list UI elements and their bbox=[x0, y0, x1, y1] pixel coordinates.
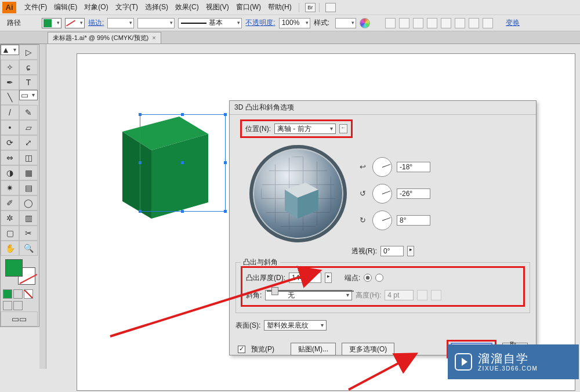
depth-stepper[interactable]: ▸ bbox=[325, 273, 332, 283]
symbol-sprayer-tool[interactable]: ✲ bbox=[1, 210, 19, 226]
preview-checkbox[interactable]: ✓ bbox=[238, 346, 245, 353]
menu-effect[interactable]: 效果(C) bbox=[172, 3, 202, 11]
mesh-tool[interactable]: ✷ bbox=[1, 180, 19, 195]
pencil-tool[interactable]: ✎ bbox=[19, 105, 38, 120]
close-tab-icon[interactable]: × bbox=[152, 34, 155, 42]
align-icon-2[interactable] bbox=[399, 18, 409, 28]
rotate-z-dial[interactable] bbox=[372, 210, 392, 230]
line-tool[interactable]: ╲ bbox=[1, 90, 19, 105]
graphic-style-combo[interactable] bbox=[335, 18, 356, 28]
transform-link[interactable]: 变换 bbox=[506, 19, 520, 27]
artboard-tool[interactable]: ▢ bbox=[1, 226, 19, 241]
rotate-y-field[interactable]: -26° bbox=[397, 188, 430, 199]
watermark-url: ZIXUE.3D66.COM bbox=[478, 365, 538, 372]
more-options-button[interactable]: 更多选项(O) bbox=[342, 343, 394, 355]
opacity-label[interactable]: 不透明度: bbox=[245, 19, 275, 27]
surface-select[interactable]: 塑料效果底纹 bbox=[264, 320, 327, 331]
position-back-button[interactable]: ← bbox=[339, 124, 347, 133]
perspective-stepper[interactable]: ▸ bbox=[407, 246, 414, 256]
zoom-tool[interactable]: 🔍 bbox=[19, 241, 38, 256]
perspective-label: 透视(R): bbox=[351, 247, 377, 255]
rotate-y-dial[interactable] bbox=[372, 184, 392, 204]
menu-object[interactable]: 对象(O) bbox=[81, 3, 111, 11]
blend-tool[interactable]: ◯ bbox=[19, 195, 38, 210]
rotate-y-icon: ↺ bbox=[357, 188, 368, 199]
selection-bounding-box[interactable] bbox=[140, 114, 226, 212]
document-tab[interactable]: 未标题-1.ai* @ 99% (CMYK/预览) × bbox=[48, 32, 161, 43]
align-icon-1[interactable] bbox=[385, 18, 396, 28]
eraser-tool[interactable]: ▱ bbox=[19, 120, 38, 135]
free-transform-tool[interactable]: ◫ bbox=[19, 150, 38, 165]
perspective-tool[interactable]: ▦ bbox=[19, 165, 38, 180]
extrude-bevel-group: 凸出与斜角 凸出厚度(D): 144 pt ▸ 端点: 斜角: bbox=[235, 262, 530, 313]
tool-name-label: 路径 bbox=[7, 19, 21, 27]
app-logo: Ai bbox=[2, 2, 16, 13]
direct-selection-tool[interactable]: ▷ bbox=[19, 45, 38, 60]
edit-mode-toggle[interactable]: ▭▭ bbox=[1, 311, 38, 326]
rotate-x-dial[interactable] bbox=[372, 157, 392, 177]
rotation-preview-orb[interactable] bbox=[249, 145, 347, 242]
eyedropper-tool[interactable]: ✐ bbox=[1, 195, 19, 210]
toolbox: ▲▷ ✧ɕ ✒T ╲▭ /✎ •▱ ⟳⤢ ⇔◫ ◑▦ ✷▤ ✐◯ ✲▥ ▢✂ ✋… bbox=[0, 44, 39, 327]
fill-swatch[interactable]: ▾ bbox=[42, 18, 61, 28]
style-label: 样式: bbox=[314, 19, 329, 27]
screen-full[interactable] bbox=[13, 301, 23, 310]
stroke-style-combo[interactable]: 基本 bbox=[178, 18, 242, 28]
recolor-icon[interactable] bbox=[360, 18, 370, 28]
position-select[interactable]: 离轴 - 前方 bbox=[274, 124, 336, 134]
align-icon-7[interactable] bbox=[469, 18, 479, 28]
rotate-x-field[interactable]: -18° bbox=[397, 162, 430, 172]
layout-icon[interactable] bbox=[325, 3, 336, 12]
screen-normal[interactable] bbox=[3, 301, 12, 310]
bevel-in-icon bbox=[417, 290, 427, 300]
align-icon-3[interactable] bbox=[413, 18, 423, 28]
stroke-label[interactable]: 描边: bbox=[88, 19, 104, 27]
menu-select[interactable]: 选择(S) bbox=[142, 3, 172, 11]
green-cube-shape[interactable] bbox=[98, 104, 214, 226]
rectangle-tool[interactable]: ▭ bbox=[19, 90, 38, 100]
canvas[interactable]: 3D 凸出和斜角选项 位置(N): 离轴 - 前方 ← bbox=[77, 53, 575, 391]
column-graph-tool[interactable]: ▥ bbox=[19, 210, 38, 226]
type-tool[interactable]: T bbox=[19, 75, 38, 90]
depth-field[interactable]: 144 pt bbox=[289, 273, 321, 283]
opacity-combo[interactable]: 100% bbox=[279, 18, 310, 28]
brush-combo[interactable] bbox=[137, 18, 175, 28]
bridge-icon[interactable]: Br bbox=[305, 3, 316, 12]
menu-type[interactable]: 文字(T) bbox=[112, 3, 142, 11]
width-tool[interactable]: ⇔ bbox=[1, 150, 19, 165]
cap-on-button[interactable] bbox=[364, 274, 372, 282]
fill-stroke-swatches[interactable] bbox=[3, 258, 38, 286]
stroke-weight-combo[interactable] bbox=[107, 18, 134, 28]
color-mode-box[interactable] bbox=[3, 289, 12, 299]
bevel-out-icon bbox=[431, 290, 441, 300]
shape-builder-tool[interactable]: ◑ bbox=[1, 165, 19, 180]
slice-tool[interactable]: ✂ bbox=[19, 226, 38, 241]
align-icon-4[interactable] bbox=[427, 18, 437, 28]
menu-file[interactable]: 文件(F) bbox=[21, 3, 50, 11]
map-art-button[interactable]: 贴图(M)... bbox=[291, 343, 336, 355]
hand-tool[interactable]: ✋ bbox=[1, 241, 19, 256]
blob-tool[interactable]: • bbox=[1, 120, 19, 135]
align-icon-5[interactable] bbox=[441, 18, 451, 28]
perspective-field[interactable]: 0° bbox=[380, 246, 404, 256]
cap-off-button[interactable] bbox=[375, 274, 383, 282]
gradient-mode-box[interactable] bbox=[13, 289, 23, 299]
menu-window[interactable]: 窗口(W) bbox=[233, 3, 264, 11]
none-mode-box[interactable] bbox=[24, 289, 33, 299]
rotate-z-field[interactable]: 8° bbox=[397, 215, 430, 226]
lasso-tool[interactable]: ɕ bbox=[19, 60, 38, 75]
menu-help[interactable]: 帮助(H) bbox=[264, 3, 295, 11]
pen-tool[interactable]: ✒ bbox=[1, 75, 19, 90]
scale-tool[interactable]: ⤢ bbox=[19, 135, 38, 150]
bevel-select[interactable]: 无 bbox=[265, 290, 352, 300]
align-icon-8[interactable] bbox=[483, 18, 493, 28]
selection-tool[interactable]: ▲ bbox=[1, 45, 19, 55]
menu-view[interactable]: 视图(V) bbox=[202, 3, 233, 11]
align-icon-6[interactable] bbox=[455, 18, 465, 28]
rotate-tool[interactable]: ⟳ bbox=[1, 135, 19, 150]
menu-edit[interactable]: 编辑(E) bbox=[50, 3, 81, 11]
paintbrush-tool[interactable]: / bbox=[1, 105, 19, 120]
stroke-swatch[interactable]: ▾ bbox=[65, 18, 85, 28]
gradient-tool[interactable]: ▤ bbox=[19, 180, 38, 195]
magic-wand-tool[interactable]: ✧ bbox=[1, 60, 19, 75]
